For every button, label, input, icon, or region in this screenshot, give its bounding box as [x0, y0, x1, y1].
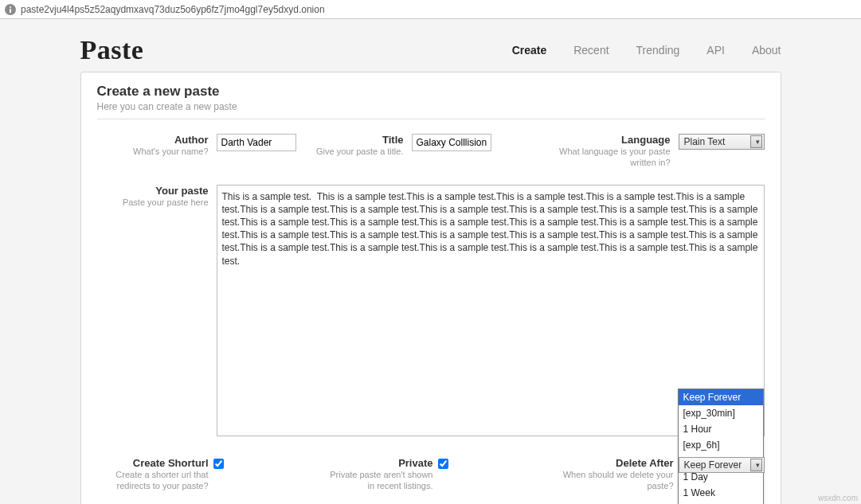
dropdown-option[interactable]: Keep Forever [679, 389, 763, 405]
title-hint: Give your paste a title. [316, 146, 404, 157]
language-value: Plain Text [681, 136, 726, 147]
paste-label: Your paste [97, 185, 209, 197]
page-subtitle: Here you can create a new paste [97, 101, 765, 112]
watermark: wsxdn.com [818, 494, 858, 502]
author-hint: What's your name? [97, 146, 209, 157]
shorturl-checkbox[interactable] [213, 459, 224, 469]
delete-label: Delete After [616, 457, 673, 469]
create-panel: Create a new paste Here you can create a… [80, 72, 781, 504]
author-input[interactable] [217, 134, 296, 151]
nav-about[interactable]: About [752, 44, 781, 57]
private-label: Private [398, 457, 432, 469]
dropdown-option[interactable]: [exp_30min] [679, 405, 763, 421]
language-label: Language [535, 134, 671, 146]
svg-point-0 [10, 6, 11, 8]
nav-trending[interactable]: Trending [636, 44, 680, 57]
dropdown-option[interactable]: 1 Hour [679, 421, 763, 437]
title-label: Title [316, 134, 404, 146]
page-title: Create a new paste [97, 84, 765, 100]
language-select[interactable]: Plain Text ▾ [679, 134, 765, 150]
delete-dropdown-list[interactable]: Keep Forever [exp_30min] 1 Hour [exp_6h]… [678, 389, 764, 504]
delete-select[interactable]: Keep Forever ▾ [679, 457, 765, 473]
nav: Create Recent Trending API About [512, 44, 781, 57]
delete-value: Keep Forever [681, 459, 742, 471]
shorturl-hint: Create a shorter url that redirects to y… [97, 469, 209, 492]
dropdown-option[interactable]: 1 Week [679, 485, 763, 501]
divider [97, 119, 765, 119]
dropdown-option[interactable]: [exp_4w] [679, 501, 763, 504]
nav-recent[interactable]: Recent [573, 44, 609, 57]
dropdown-option[interactable]: [exp_6h] [679, 437, 763, 453]
language-hint: What language is your paste written in? [535, 146, 671, 169]
delete-hint: When should we delete your paste? [546, 469, 674, 492]
chevron-down-icon: ▾ [750, 459, 762, 471]
title-input[interactable] [412, 134, 491, 151]
chevron-down-icon: ▾ [750, 135, 762, 148]
nav-create[interactable]: Create [512, 44, 547, 57]
info-icon [5, 4, 16, 15]
private-hint: Private paste aren't shown in recent lis… [322, 469, 433, 492]
paste-hint: Paste your paste here [97, 197, 209, 208]
logo[interactable]: Paste [80, 35, 144, 65]
shorturl-label: Create Shorturl [133, 457, 209, 469]
address-bar[interactable]: paste2vju4l4ps5z52aqydmxavq73duz5o6yp6fz… [0, 0, 861, 19]
author-label: Author [97, 134, 209, 146]
nav-api[interactable]: API [706, 44, 725, 57]
header: Paste Create Recent Trending API About [80, 32, 781, 72]
svg-rect-1 [10, 9, 11, 13]
private-checkbox[interactable] [438, 459, 448, 469]
address-text: paste2vju4l4ps5z52aqydmxavq73duz5o6yp6fz… [21, 4, 325, 15]
